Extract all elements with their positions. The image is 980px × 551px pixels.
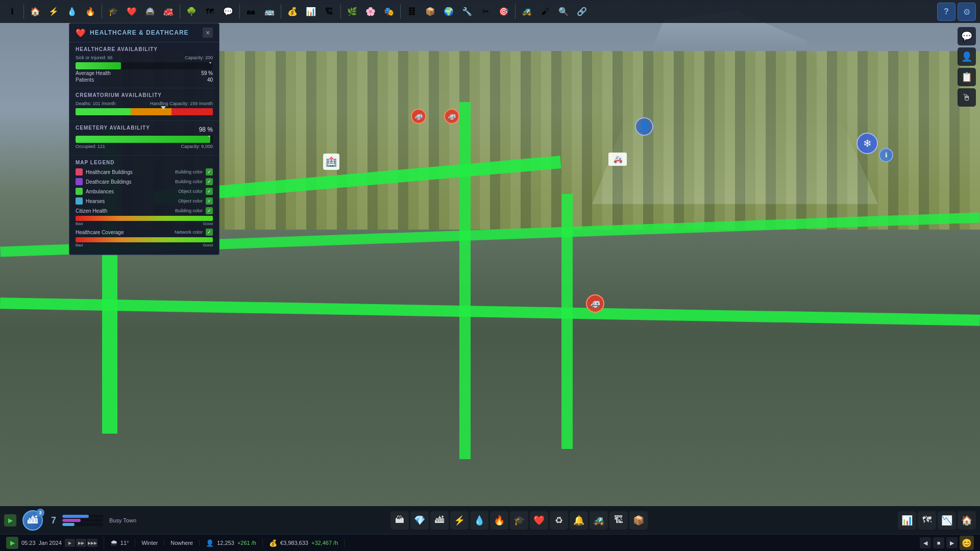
bottom-house-icon[interactable]: 🏠	[958, 511, 976, 530]
bottom-construct-icon[interactable]: 🏗	[609, 511, 628, 530]
healthcare-buildings-color-label: Building color	[175, 169, 203, 174]
separator-6	[340, 5, 341, 19]
ambulances-checkbox[interactable]: ✓	[206, 188, 213, 195]
right-list-icon[interactable]: 📋	[958, 68, 976, 86]
toolbar-fire-icon[interactable]: 🔥	[82, 4, 99, 20]
help-button[interactable]: ?	[937, 3, 955, 21]
close-button[interactable]: ×	[203, 28, 213, 38]
toolbar-power-icon[interactable]: ⚡	[45, 4, 62, 20]
legend-healthcare-coverage: Healthcare Coverage Network color ✓ Bad …	[76, 229, 213, 247]
toolbar-chat-icon[interactable]: 💬	[220, 4, 236, 20]
speed-1-btn[interactable]: ▶	[65, 539, 75, 547]
bottom-fire-icon[interactable]: 🔥	[490, 511, 508, 530]
crematorium-title: CREMATORIUM AVAILABILITY	[76, 92, 213, 98]
play-button[interactable]: ▶	[4, 514, 16, 527]
bottom-bell-icon[interactable]: 🔔	[570, 511, 588, 530]
healthcare-coverage-label: Healthcare Coverage	[76, 230, 124, 235]
healthcare-buildings-checkbox[interactable]: ✓	[206, 168, 213, 176]
toolbar-scissors-icon[interactable]: ✂	[477, 4, 494, 20]
right-chat-icon[interactable]: 💬	[958, 27, 976, 45]
citizen-health-color-label: Building color	[175, 208, 203, 213]
right-person-icon[interactable]: 👤	[958, 47, 976, 66]
ambulance-badge[interactable]: 🚑	[586, 294, 604, 313]
speed-3-btn[interactable]: ▶▶▶	[87, 539, 97, 547]
legend-hearses-right: Object color ✓	[178, 197, 213, 205]
ambulances-color	[76, 188, 83, 195]
city-icon[interactable]: 🏙 3	[22, 510, 43, 531]
toolbar-package-icon[interactable]: 📦	[422, 4, 438, 20]
bottom-graph-icon[interactable]: 📉	[938, 511, 956, 530]
bottom-water-icon[interactable]: 💧	[470, 511, 488, 530]
panel-title-row: ❤️ HEALTHCARE & DEATHCARE	[76, 28, 189, 38]
toolbar-transit-icon[interactable]: 🚌	[261, 4, 278, 20]
bottom-main: ▶ 🏙 3 7 Busy T	[0, 506, 980, 534]
rating-btn-3[interactable]: ▶	[946, 537, 958, 548]
toolbar-zoning-icon[interactable]: 🏠	[27, 4, 43, 20]
bottom-health-icon[interactable]: ❤️	[530, 511, 548, 530]
toolbar-money-icon[interactable]: 💰	[284, 4, 301, 20]
bottom-tractor-icon[interactable]: 🚜	[590, 511, 608, 530]
ambulances-color-label: Object color	[178, 189, 203, 194]
bottom-terrain-icon[interactable]: 🏔	[390, 511, 409, 530]
citizen-health-checkbox[interactable]: ✓	[206, 207, 213, 214]
rating-btn-1[interactable]: ◀	[920, 537, 931, 548]
toolbar-paint-icon[interactable]: 🖌	[537, 4, 553, 20]
separator-3	[180, 5, 180, 19]
crematorium-bar	[76, 108, 213, 115]
toolbar-link-icon[interactable]: 🔗	[574, 4, 590, 20]
right-cursor-icon[interactable]: 🖱	[958, 88, 976, 107]
toolbar-residential-icon[interactable]: 🏘	[243, 4, 259, 20]
settings-button[interactable]: ⚙	[958, 3, 976, 21]
map-legend-section: MAP LEGEND Healthcare Buildings Building…	[69, 156, 219, 255]
citizen-health-bad: Bad	[76, 221, 83, 226]
money-display: €3,983,633	[280, 540, 308, 546]
toolbar-districts-icon[interactable]: 🗺	[202, 4, 218, 20]
info-badge-1[interactable]: ℹ	[879, 148, 893, 162]
toolbar-search-icon[interactable]: 🔍	[555, 4, 572, 20]
toolbar-target-icon[interactable]: 🎯	[496, 4, 512, 20]
city-name-section: Busy Town	[109, 517, 136, 523]
legend-deathcare-left: Deathcare Buildings	[76, 178, 132, 185]
bottom-power-icon[interactable]: ⚡	[450, 511, 469, 530]
bottom-gem-icon[interactable]: 💎	[410, 511, 429, 530]
bottom-city-icon[interactable]: 🏙	[430, 511, 449, 530]
smiley-button[interactable]: 😊	[960, 536, 974, 550]
toolbar-road-icon[interactable]: 🛤	[404, 4, 420, 20]
bottom-edu-icon[interactable]: 🎓	[510, 511, 528, 530]
toolbar-tractor-icon[interactable]: 🚜	[519, 4, 535, 20]
toolbar-education-icon[interactable]: 🎓	[105, 4, 121, 20]
bottom-recycle-icon[interactable]: ♻	[550, 511, 568, 530]
snowflake-badge[interactable]: ❄	[856, 133, 878, 154]
bottom-map-icon[interactable]: 🗺	[918, 511, 936, 530]
toolbar-construction-icon[interactable]: 🏗	[321, 4, 337, 20]
toolbar-info-icon[interactable]: ℹ	[4, 4, 20, 20]
map-legend-title: MAP LEGEND	[76, 160, 213, 165]
bottom-package-icon[interactable]: 📦	[629, 511, 648, 530]
toolbar-fire2-icon[interactable]: 🚒	[160, 4, 177, 20]
toolbar-flower-icon[interactable]: 🌸	[362, 4, 379, 20]
toolbar-health-icon[interactable]: ❤️	[124, 4, 140, 20]
person-badge[interactable]: 👤	[635, 117, 653, 136]
toolbar-water-icon[interactable]: 💧	[64, 4, 80, 20]
toolbar-globe-icon[interactable]: 🌍	[440, 4, 457, 20]
bottom-chart-icon[interactable]: 📊	[898, 511, 916, 530]
hearses-checkbox[interactable]: ✓	[206, 197, 213, 205]
hearses-color-label: Object color	[178, 198, 203, 204]
cemetery-pct: 98 %	[199, 126, 213, 133]
panel-title: HEALTHCARE & DEATHCARE	[90, 29, 189, 36]
toolbar-nature-icon[interactable]: 🌿	[344, 4, 360, 20]
healthcare-coverage-header: Healthcare Coverage Network color ✓	[76, 229, 213, 236]
deathcare-buildings-checkbox[interactable]: ✓	[206, 178, 213, 185]
toolbar-entertainment-icon[interactable]: 🎭	[381, 4, 397, 20]
toolbar-police-icon[interactable]: 🚔	[142, 4, 158, 20]
status-play-btn[interactable]: ▶	[6, 537, 18, 549]
toolbar-stats-icon[interactable]: 📊	[303, 4, 319, 20]
healthcare-coverage-checkbox[interactable]: ✓	[206, 229, 213, 236]
help-icon: ?	[944, 7, 949, 16]
speed-2-btn[interactable]: ▶▶	[76, 539, 86, 547]
toolbar-wrench-icon[interactable]: 🔧	[459, 4, 475, 20]
citizen-health-label: Citizen Health	[76, 208, 107, 214]
rating-btn-2[interactable]: ■	[933, 537, 944, 548]
toolbar-parks-icon[interactable]: 🌳	[183, 4, 200, 20]
right-panel-icons: 💬 👤 📋 🖱	[953, 23, 980, 111]
